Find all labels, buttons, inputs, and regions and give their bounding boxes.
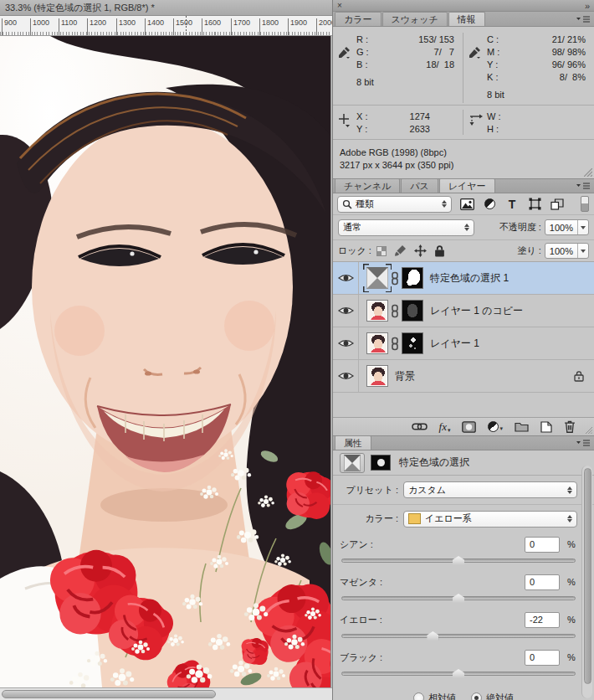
layer-name[interactable]: レイヤー 1 のコピー [430, 304, 523, 318]
document-title: 33.3% (特定色域の選択 1, RGB/8*) * [0, 0, 332, 16]
selective-color-adjustment-icon[interactable] [340, 453, 365, 473]
properties-scrollbar[interactable] [581, 466, 592, 698]
image-canvas[interactable] [0, 36, 331, 687]
crosshair-icon[interactable] [338, 113, 351, 127]
eyedropper-icon[interactable] [469, 46, 481, 59]
cyan-label: シアン : [340, 538, 373, 551]
black-value-field[interactable]: 0 [525, 650, 560, 666]
lock-all-icon[interactable] [434, 244, 445, 257]
horizontal-scrollbar-thumb[interactable] [2, 690, 216, 698]
add-layer-mask-icon[interactable] [462, 421, 476, 433]
b-label: B : [356, 59, 378, 69]
layer-thumbnail[interactable] [366, 300, 388, 322]
absolute-radio[interactable]: 絶対値 [471, 692, 514, 700]
layer-mask-thumbnail[interactable] [402, 267, 423, 289]
dropdown-arrow-icon[interactable] [577, 220, 588, 234]
layer-style-icon[interactable]: fx▾ [439, 420, 451, 434]
tab-layers[interactable]: レイヤー [439, 178, 495, 193]
lock-position-icon[interactable] [414, 244, 427, 257]
color-dropdown[interactable]: イエロー系 [403, 511, 577, 528]
new-group-icon[interactable] [515, 421, 529, 432]
tab-properties[interactable]: 属性 [335, 435, 371, 450]
layer-visibility-toggle[interactable] [333, 360, 359, 392]
panel-menu-icon[interactable] [576, 439, 591, 447]
layer-visibility-toggle[interactable] [333, 327, 359, 359]
cyan-slider[interactable] [341, 558, 576, 563]
magenta-slider[interactable] [341, 596, 576, 600]
tab-paths[interactable]: パス [401, 178, 438, 193]
slider-thumb[interactable] [453, 669, 464, 678]
tab-color[interactable]: カラー [335, 12, 381, 26]
new-layer-icon[interactable] [540, 421, 552, 433]
filter-adjustment-layers-icon[interactable] [482, 198, 497, 209]
layer-filtering-toggle[interactable] [581, 196, 589, 212]
slider-thumb[interactable] [427, 631, 438, 641]
background-lock-icon [574, 370, 584, 382]
link-layers-icon[interactable] [412, 423, 428, 430]
filter-pixel-layers-icon[interactable] [459, 198, 474, 210]
layer-mask-thumbnail[interactable] [402, 300, 423, 322]
cmyk-bit-depth: 8 bit [487, 90, 586, 100]
tab-channels[interactable]: チャンネル [335, 178, 400, 193]
filter-shape-layers-icon[interactable] [527, 198, 542, 210]
c-label: C : [487, 34, 509, 44]
dropdown-arrow-icon[interactable] [577, 244, 588, 258]
mask-link-icon[interactable] [391, 271, 399, 286]
properties-scrollbar-thumb[interactable] [584, 468, 591, 684]
black-slider[interactable] [341, 672, 576, 676]
layer-name[interactable]: 特定色域の選択 1 [430, 271, 509, 286]
mask-properties-icon[interactable] [371, 455, 391, 471]
slider-thumb[interactable] [453, 594, 464, 603]
resize-grip-icon[interactable] [584, 168, 592, 177]
slider-thumb[interactable] [453, 556, 464, 565]
layer-row-background[interactable]: 背景 [333, 360, 594, 393]
close-icon[interactable]: × [337, 1, 342, 10]
collapse-panel-icon[interactable]: » [585, 1, 590, 11]
layer-visibility-toggle[interactable] [333, 295, 359, 327]
layer-name[interactable]: 背景 [395, 369, 415, 383]
delete-layer-icon[interactable] [564, 420, 576, 433]
mask-link-icon[interactable] [391, 337, 399, 351]
document-status: Adobe RGB (1998) (8bpc) 3217 px x 3644 p… [333, 139, 594, 178]
panel-menu-icon[interactable] [576, 15, 591, 23]
eyedropper-icon[interactable] [338, 46, 351, 59]
radio-icon[interactable] [413, 692, 424, 700]
fill-value[interactable]: 100% [545, 246, 577, 256]
layer-row-selective-color[interactable]: 特定色域の選択 1 [333, 262, 594, 295]
horizontal-scrollbar[interactable] [0, 687, 332, 700]
magenta-value-field[interactable]: 0 [525, 574, 560, 590]
resize-grip-icon[interactable] [586, 427, 592, 434]
mask-link-icon[interactable] [391, 304, 399, 318]
layer-row-copy[interactable]: レイヤー 1 のコピー [333, 295, 594, 327]
filter-type-layers-icon[interactable]: T [504, 198, 520, 210]
radio-selected-icon[interactable] [471, 692, 482, 700]
layer-mask-thumbnail[interactable] [402, 332, 423, 354]
tab-info[interactable]: 情報 [448, 12, 485, 26]
opacity-value[interactable]: 100% [545, 223, 577, 233]
new-adjustment-layer-icon[interactable]: ▾ [488, 421, 503, 432]
blend-mode-dropdown[interactable]: 通常 [338, 219, 474, 236]
filter-smart-objects-icon[interactable] [550, 198, 565, 210]
lock-paint-icon[interactable] [394, 244, 407, 257]
layer-name[interactable]: レイヤー 1 [430, 337, 479, 351]
yellow-value-field[interactable]: -22 [525, 612, 560, 628]
horizontal-ruler[interactable]: 900 1000 1100 1200 1300 1400 1500 1600 1… [0, 16, 332, 36]
layer-thumbnail[interactable] [366, 365, 388, 387]
fill-combo[interactable]: 100% [545, 243, 589, 259]
layer-filter-kind-dropdown[interactable]: 種類 [337, 196, 452, 213]
layer-row-layer1[interactable]: レイヤー 1 [333, 327, 594, 360]
adjustment-layer-thumbnail[interactable] [366, 267, 388, 289]
preset-dropdown[interactable]: カスタム [403, 481, 577, 498]
layer-visibility-toggle[interactable] [333, 262, 359, 294]
layer-thumbnail[interactable] [366, 332, 388, 354]
relative-radio[interactable]: 相対値 [413, 692, 456, 700]
yellow-slider[interactable] [341, 634, 576, 638]
panel-menu-icon[interactable] [576, 182, 591, 190]
opacity-combo[interactable]: 100% [545, 219, 589, 235]
color-swatch [408, 513, 421, 524]
rgb-bit-depth: 8 bit [356, 77, 454, 87]
properties-header: 特定色域の選択 [333, 450, 594, 476]
tab-swatches[interactable]: スウォッチ [382, 12, 448, 26]
lock-transparency-icon[interactable] [376, 246, 387, 256]
cyan-value-field[interactable]: 0 [525, 537, 560, 553]
